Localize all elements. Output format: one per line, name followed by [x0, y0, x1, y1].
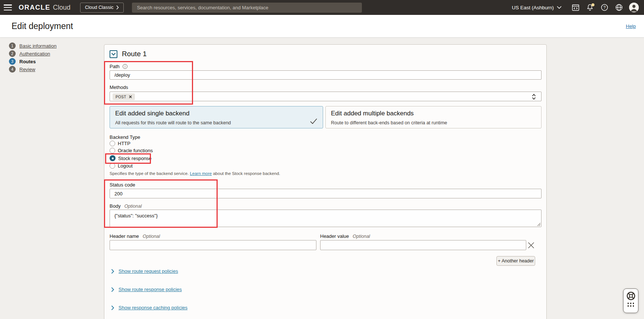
user-avatar[interactable]: [629, 3, 639, 12]
notifications-bell-icon[interactable]: [585, 3, 594, 12]
policy-link-label[interactable]: Show response caching policies: [119, 305, 187, 310]
svg-text:?: ?: [603, 5, 606, 10]
header-name-optional-tag: Optional: [143, 234, 160, 239]
help-link[interactable]: Help: [626, 23, 636, 29]
header-name-label: Header name: [110, 233, 139, 239]
selected-checkmark-icon: [310, 118, 317, 124]
backend-type-hint: Specifies the type of the backend servic…: [110, 171, 280, 176]
radio-label: Logout: [118, 163, 133, 169]
method-chip-post: POST: [113, 93, 135, 100]
page-title: Edit deployment: [12, 21, 73, 31]
path-input[interactable]: [110, 70, 542, 80]
learn-more-link[interactable]: Learn more: [190, 171, 212, 176]
hint-suffix: about the Stock response backend.: [212, 171, 280, 176]
radio-http[interactable]: HTTP: [110, 141, 130, 146]
hint-prefix: Specifies the type of the backend servic…: [110, 171, 190, 176]
header-value-label-row: Header value Optional: [320, 233, 370, 239]
remove-header-icon[interactable]: [528, 242, 534, 249]
radio-icon-selected[interactable]: [110, 155, 116, 161]
header-name-label-row: Header name Optional: [110, 233, 160, 239]
multiple-backends-card[interactable]: Edit added multiple backends Route to di…: [325, 106, 542, 128]
cloud-classic-label: Cloud Classic: [85, 5, 113, 10]
help-circle-icon[interactable]: ?: [600, 3, 609, 12]
body-label: Body: [110, 203, 121, 209]
chevron-right-icon: [116, 5, 119, 10]
multiple-backends-subtitle: Route to different back-ends based on cr…: [331, 120, 536, 125]
console-icon[interactable]: [571, 3, 580, 12]
step-label[interactable]: Basic information: [19, 43, 57, 49]
collapse-route-chevron-icon[interactable]: [110, 50, 117, 58]
radio-icon[interactable]: [110, 141, 115, 146]
radio-label: Oracle functions: [118, 148, 153, 153]
route-header: Route 1: [110, 50, 147, 58]
wizard-step-review[interactable]: 4 Review: [9, 67, 57, 72]
path-label: Path: [110, 64, 120, 69]
status-code-label: Status code: [110, 182, 135, 188]
oracle-cloud-console: ORACLE Cloud Cloud Classic US East (Ashb…: [0, 0, 644, 319]
region-selector[interactable]: US East (Ashburn): [512, 5, 562, 10]
methods-label: Methods: [110, 84, 128, 90]
wizard-step-routes-current[interactable]: 3 Routes: [9, 59, 57, 64]
topbar-right-cluster: US East (Ashburn) ?: [512, 3, 639, 12]
policy-link-label[interactable]: Show route response policies: [119, 287, 182, 292]
page-header: Edit deployment Help: [0, 15, 644, 37]
step-label[interactable]: Authentication: [19, 51, 50, 57]
wizard-step-authentication[interactable]: 2 Authentication: [9, 51, 57, 56]
show-response-caching-policies[interactable]: Show response caching policies: [111, 305, 187, 310]
brand-cloud: Cloud: [53, 4, 70, 12]
radio-label: HTTP: [118, 141, 130, 146]
multiple-backends-title: Edit added multiple backends: [331, 110, 536, 117]
oracle-cloud-logo[interactable]: ORACLE Cloud: [19, 4, 70, 12]
route-title: Route 1: [122, 50, 147, 58]
show-route-response-policies[interactable]: Show route response policies: [111, 287, 182, 292]
notification-badge: [591, 3, 594, 6]
chevron-right-icon: [111, 287, 114, 292]
chevron-right-icon: [111, 305, 114, 310]
top-bar: ORACLE Cloud Cloud Classic US East (Ashb…: [0, 0, 644, 15]
methods-multiselect[interactable]: POST: [110, 92, 542, 101]
body-textarea[interactable]: [110, 210, 542, 227]
header-value-label: Header value: [320, 233, 349, 239]
info-icon[interactable]: [122, 64, 128, 69]
life-ring-icon: [626, 291, 636, 301]
step-number-badge: 1: [9, 42, 16, 49]
header-name-input[interactable]: [110, 240, 316, 250]
method-chip-label: POST: [116, 95, 126, 99]
another-header-button[interactable]: + Another header: [496, 256, 535, 266]
single-backend-card[interactable]: Edit added single backend All requests f…: [110, 106, 323, 128]
brand-oracle: ORACLE: [19, 4, 50, 12]
single-backend-title: Edit added single backend: [115, 110, 318, 117]
chip-remove-icon[interactable]: [129, 95, 132, 98]
radio-icon[interactable]: [110, 163, 115, 169]
show-route-request-policies[interactable]: Show route request policies: [111, 268, 178, 274]
backend-type-label: Backend Type: [110, 134, 140, 140]
radio-oracle-functions[interactable]: Oracle functions: [110, 148, 153, 153]
chevron-down-icon: [557, 6, 562, 9]
methods-label-row: Methods: [110, 84, 128, 90]
step-number-badge: 2: [9, 50, 16, 57]
radio-icon[interactable]: [110, 148, 115, 153]
globe-icon[interactable]: [615, 3, 624, 12]
policy-link-label[interactable]: Show route request policies: [119, 268, 178, 274]
chevron-right-icon: [111, 269, 114, 274]
step-number-badge: 4: [9, 66, 16, 73]
body-optional-tag: Optional: [124, 204, 142, 209]
search-input[interactable]: [132, 3, 362, 13]
wizard-steps: 1 Basic information 2 Authentication 3 R…: [9, 43, 57, 72]
radio-logout[interactable]: Logout: [110, 163, 133, 169]
cloud-classic-button[interactable]: Cloud Classic: [80, 3, 124, 13]
step-number-badge: 3: [9, 58, 16, 65]
radio-label: Stock response: [118, 156, 152, 161]
path-label-row: Path: [110, 64, 128, 69]
header-value-optional-tag: Optional: [353, 234, 370, 239]
region-label: US East (Ashburn): [512, 5, 554, 10]
step-label[interactable]: Review: [19, 67, 35, 72]
help-launcher-widget[interactable]: [623, 288, 638, 313]
radio-stock-response-selected[interactable]: Stock response: [110, 155, 152, 161]
wizard-step-basic-information[interactable]: 1 Basic information: [9, 43, 57, 48]
status-code-input[interactable]: [110, 189, 542, 198]
header-value-input[interactable]: [320, 240, 526, 250]
menu-icon[interactable]: [4, 4, 12, 10]
route-panel: Route 1 Path Methods POST Edit added sin…: [104, 44, 547, 319]
select-spinner-icon[interactable]: [532, 94, 536, 101]
